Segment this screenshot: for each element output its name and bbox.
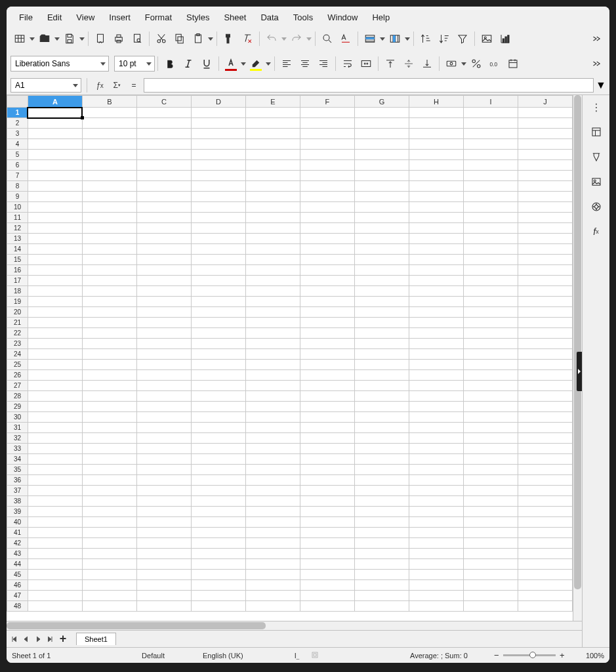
cell[interactable] — [300, 412, 354, 423]
cell[interactable] — [82, 213, 136, 223]
cell[interactable] — [245, 202, 300, 213]
cell[interactable] — [82, 318, 136, 328]
cell[interactable] — [409, 150, 463, 160]
cell[interactable] — [409, 538, 463, 549]
cell[interactable] — [409, 234, 463, 244]
cell[interactable] — [82, 475, 136, 486]
cell[interactable] — [463, 171, 518, 181]
cell[interactable] — [354, 234, 409, 244]
cell[interactable] — [245, 601, 300, 612]
cell[interactable] — [518, 444, 572, 454]
cell[interactable] — [463, 234, 518, 244]
cell[interactable] — [245, 496, 300, 507]
undo-icon[interactable] — [262, 30, 281, 48]
cell[interactable] — [409, 528, 463, 538]
cell[interactable] — [518, 580, 572, 591]
cell[interactable] — [300, 349, 354, 360]
cell[interactable] — [191, 370, 245, 381]
cell[interactable] — [463, 517, 518, 528]
cell[interactable] — [463, 507, 518, 517]
cell[interactable] — [518, 591, 572, 601]
row-header[interactable]: 44 — [7, 559, 28, 570]
cell[interactable] — [463, 150, 518, 160]
cell[interactable] — [409, 108, 463, 118]
cell[interactable] — [191, 181, 245, 192]
cell[interactable] — [245, 465, 300, 475]
row-icon[interactable] — [361, 30, 379, 48]
cell[interactable] — [136, 150, 191, 160]
cell[interactable] — [28, 423, 82, 433]
print-icon[interactable] — [110, 30, 128, 48]
cell[interactable] — [409, 412, 463, 423]
cell[interactable] — [409, 423, 463, 433]
cell[interactable] — [518, 181, 572, 192]
cell[interactable] — [300, 192, 354, 202]
cell[interactable] — [463, 381, 518, 391]
highlight-color-icon[interactable] — [247, 54, 265, 73]
row-header[interactable]: 1 — [7, 108, 28, 118]
cell[interactable] — [300, 181, 354, 192]
cell[interactable] — [300, 580, 354, 591]
cell[interactable] — [136, 559, 191, 570]
cell[interactable] — [245, 160, 300, 171]
cell[interactable] — [82, 255, 136, 265]
cell[interactable] — [28, 234, 82, 244]
cell[interactable] — [409, 570, 463, 580]
row-header[interactable]: 8 — [7, 181, 28, 192]
cell[interactable] — [463, 433, 518, 444]
row-header[interactable]: 6 — [7, 160, 28, 171]
cell[interactable] — [82, 559, 136, 570]
cell[interactable] — [463, 559, 518, 570]
cell[interactable] — [463, 181, 518, 192]
cell[interactable] — [28, 307, 82, 318]
cell[interactable] — [28, 223, 82, 234]
cell[interactable] — [191, 276, 245, 286]
row-header[interactable]: 40 — [7, 517, 28, 528]
sum-icon[interactable]: Σ▾ — [110, 78, 124, 93]
cell[interactable] — [463, 549, 518, 559]
row-header[interactable]: 33 — [7, 444, 28, 454]
formula-equals-icon[interactable]: = — [127, 78, 141, 93]
cell[interactable] — [245, 276, 300, 286]
cell[interactable] — [245, 486, 300, 496]
cell[interactable] — [245, 129, 300, 139]
cell[interactable] — [300, 255, 354, 265]
cell[interactable] — [28, 118, 82, 129]
cell[interactable] — [409, 475, 463, 486]
cell[interactable] — [82, 349, 136, 360]
cell[interactable] — [354, 601, 409, 612]
tab-next-icon[interactable] — [33, 633, 43, 645]
cell[interactable] — [82, 150, 136, 160]
cell[interactable] — [28, 370, 82, 381]
cell[interactable] — [82, 528, 136, 538]
cell[interactable] — [191, 444, 245, 454]
cell[interactable] — [518, 465, 572, 475]
cell[interactable] — [82, 391, 136, 402]
row-header[interactable]: 2 — [7, 118, 28, 129]
cell[interactable] — [191, 108, 245, 118]
cell[interactable] — [28, 328, 82, 339]
cell[interactable] — [300, 265, 354, 276]
cell[interactable] — [28, 591, 82, 601]
cell[interactable] — [518, 171, 572, 181]
row-header[interactable]: 36 — [7, 475, 28, 486]
font-color-dropdown[interactable] — [240, 62, 247, 66]
cell[interactable] — [518, 433, 572, 444]
cell[interactable] — [354, 349, 409, 360]
cell[interactable] — [354, 391, 409, 402]
cell[interactable] — [28, 580, 82, 591]
cell[interactable] — [300, 423, 354, 433]
cell[interactable] — [245, 108, 300, 118]
cell[interactable] — [28, 360, 82, 370]
cell[interactable] — [28, 444, 82, 454]
percent-icon[interactable] — [467, 54, 485, 73]
image-icon[interactable] — [478, 30, 496, 48]
cell[interactable] — [354, 339, 409, 349]
column-header[interactable]: J — [518, 96, 572, 108]
cell[interactable] — [354, 129, 409, 139]
cell[interactable] — [300, 360, 354, 370]
clone-formatting-icon[interactable] — [220, 30, 238, 48]
paste-dropdown[interactable] — [207, 37, 214, 41]
cell[interactable] — [28, 171, 82, 181]
cell[interactable] — [409, 454, 463, 465]
